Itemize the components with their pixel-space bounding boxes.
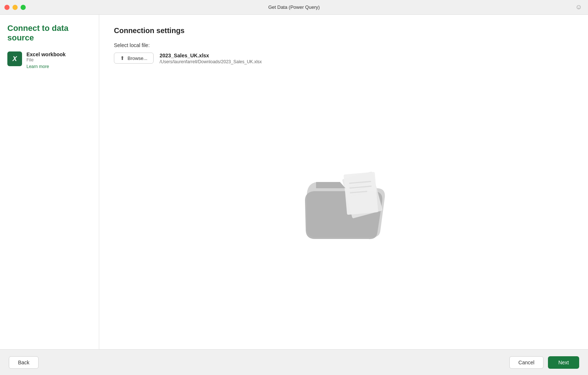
sidebar-item-info: Excel workbook File Learn more xyxy=(26,51,66,69)
emoji-icon: ☺ xyxy=(576,3,582,11)
browse-button[interactable]: ⬆ Browse... xyxy=(114,53,154,64)
bottom-right: Cancel Next xyxy=(509,356,579,369)
maximize-button[interactable] xyxy=(21,5,26,10)
learn-more-link[interactable]: Learn more xyxy=(26,64,66,69)
excel-icon: X xyxy=(7,51,22,66)
file-name: 2023_Sales_UK.xlsx xyxy=(159,53,262,58)
bottom-left: Back xyxy=(9,356,39,369)
upload-icon: ⬆ xyxy=(120,55,125,61)
window-title: Get Data (Power Query) xyxy=(268,4,320,10)
file-info: 2023_Sales_UK.xlsx /Users/laurenfarrell/… xyxy=(159,53,262,64)
content-area: Connection settings Select local file: ⬆… xyxy=(99,15,588,349)
browse-button-label: Browse... xyxy=(128,56,147,61)
excel-letter: X xyxy=(12,55,17,63)
main-container: Connect to data source X Excel workbook … xyxy=(0,15,588,349)
data-source-type: File xyxy=(26,57,66,63)
cancel-button[interactable]: Cancel xyxy=(509,356,544,369)
data-source-name: Excel workbook xyxy=(26,51,66,57)
file-path: /Users/laurenfarrell/Downloads/2023_Sale… xyxy=(159,59,262,64)
next-button[interactable]: Next xyxy=(548,356,579,369)
file-selector-row: ⬆ Browse... 2023_Sales_UK.xlsx /Users/la… xyxy=(114,53,573,64)
select-file-label: Select local file: xyxy=(114,42,573,48)
sidebar: Connect to data source X Excel workbook … xyxy=(0,15,99,349)
bottom-bar: Back Cancel Next xyxy=(0,349,588,375)
illustration-area xyxy=(114,64,573,338)
data-source-item: X Excel workbook File Learn more xyxy=(7,51,92,69)
back-button[interactable]: Back xyxy=(9,356,39,369)
connection-settings-title: Connection settings xyxy=(114,26,573,35)
titlebar: Get Data (Power Query) ☺ xyxy=(0,0,588,15)
close-button[interactable] xyxy=(4,5,10,10)
folder-illustration xyxy=(296,153,391,249)
minimize-button[interactable] xyxy=(12,5,18,10)
traffic-lights xyxy=(4,5,26,10)
svg-rect-4 xyxy=(344,172,378,215)
connect-to-data-source-title: Connect to data source xyxy=(7,24,92,43)
